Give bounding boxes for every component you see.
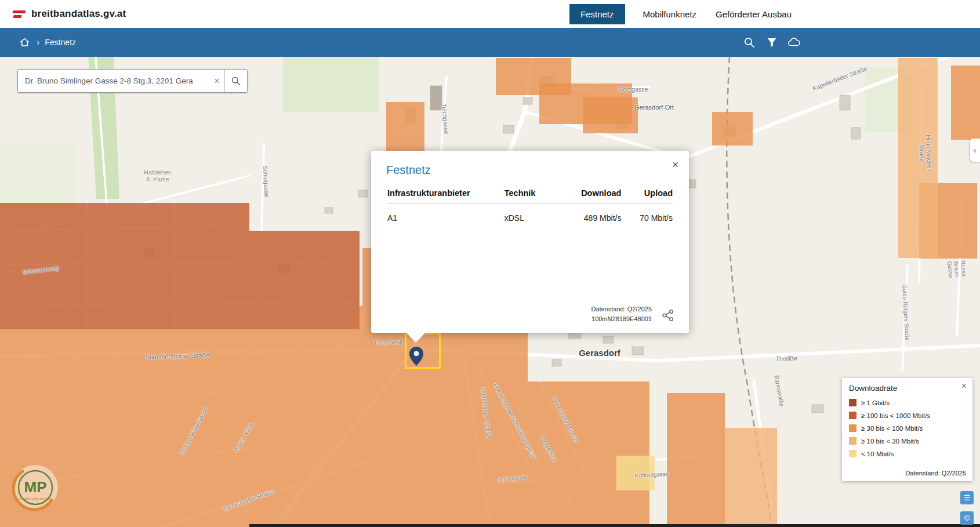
legend-label: ≥ 10 bis < 30 Mbit/s (861, 438, 919, 445)
share-icon (662, 309, 674, 322)
provider-table: Infrastrukturanbieter Technik Download U… (387, 185, 673, 228)
legend-swatch (849, 424, 856, 432)
table-row: A1 xDSL 489 Mbit/s 70 Mbit/s (387, 204, 673, 229)
legend-swatch (849, 399, 856, 406)
mp-watermark-logo: MP einfach ruhig wohnen (11, 463, 60, 512)
popup-close-icon[interactable]: × (672, 159, 678, 170)
search-submit-button[interactable] (224, 70, 247, 92)
popup-meta: Datenstand: Q2/2025 100mN28189E48001 (591, 304, 652, 324)
popup-cell-id: 100mN28189E48001 (591, 314, 652, 324)
festnetz-popup: Festnetz × Infrastrukturanbieter Technik… (371, 151, 689, 333)
cell-technik: xDSL (504, 204, 558, 229)
mp-tagline: einfach ruhig wohnen (19, 497, 52, 500)
col-technik: Technik (504, 185, 558, 204)
breadcrumb-label: Festnetz (45, 38, 76, 47)
magnifier-icon (231, 76, 241, 86)
legend-title: Downloadrate (849, 384, 966, 392)
cell-download: 489 Mbit/s (558, 204, 621, 229)
top-tabs: Festnetz Mobilfunknetz Geförderter Ausba… (569, 0, 793, 28)
col-download: Download (558, 185, 621, 204)
app-header: breitbandatlas.gv.at Festnetz Mobilfunkn… (0, 0, 980, 28)
search-icon[interactable] (742, 35, 756, 49)
legend-label: ≥ 100 bis < 1000 Mbit/s (861, 412, 930, 419)
legend-swatch (849, 450, 856, 457)
legend-label: ≥ 1 Gbit/s (861, 399, 890, 406)
legend-close-icon[interactable]: × (961, 381, 967, 391)
bottom-strip (249, 524, 980, 527)
address-search: × (17, 69, 248, 93)
legend-label: ≥ 30 bis < 100 Mbit/s (861, 425, 923, 432)
side-panel-toggle[interactable]: ‹ (970, 139, 980, 162)
cell-provider: A1 (387, 204, 504, 229)
col-upload: Upload (621, 185, 673, 204)
legend-item: ≥ 30 bis < 100 Mbit/s (849, 424, 966, 432)
filter-icon[interactable] (765, 35, 779, 49)
home-icon[interactable] (17, 35, 31, 49)
legend-swatch (849, 412, 856, 419)
legend-items: ≥ 1 Gbit/s ≥ 100 bis < 1000 Mbit/s ≥ 30 … (849, 399, 966, 457)
share-button[interactable] (661, 308, 675, 322)
cell-upload: 70 Mbit/s (621, 204, 673, 229)
nav-toolbar (742, 28, 801, 57)
breadcrumb: › Festnetz (0, 35, 76, 49)
legend-datenstand: Datenstand: Q2/2025 (905, 470, 966, 477)
legend-item: ≥ 100 bis < 1000 Mbit/s (849, 412, 966, 419)
popup-pointer (406, 332, 426, 343)
brand-logo-link[interactable]: breitbandatlas.gv.at (0, 8, 126, 20)
download-legend: Downloadrate × ≥ 1 Gbit/s ≥ 100 bis < 10… (842, 378, 972, 481)
cloud-icon[interactable] (787, 35, 801, 49)
search-input[interactable] (18, 70, 209, 92)
location-pin[interactable] (409, 346, 424, 366)
breadcrumb-separator-icon: › (37, 38, 39, 47)
brand-title: breitbandatlas.gv.at (31, 8, 126, 20)
legend-item: ≥ 10 bis < 30 Mbit/s (849, 437, 966, 445)
popup-datenstand: Datenstand: Q2/2025 (591, 304, 652, 314)
tab-mobilfunknetz[interactable]: Mobilfunknetz (642, 4, 698, 24)
map-viewport[interactable]: Haiblehen II. PartieTeichgasseSchulgasse… (0, 57, 980, 527)
attribution-button[interactable]: © (960, 511, 974, 525)
legend-item: ≥ 1 Gbit/s (849, 399, 966, 406)
brand-icon (13, 10, 26, 18)
legend-item: < 10 Mbit/s (849, 450, 966, 457)
legend-label: < 10 Mbit/s (861, 450, 894, 457)
popup-title: Festnetz (371, 151, 689, 185)
tab-gefoerderter-ausbau[interactable]: Geförderter Ausbau (714, 4, 793, 24)
tab-festnetz[interactable]: Festnetz (569, 4, 625, 24)
clear-search-button[interactable]: × (209, 70, 224, 92)
nav-bar: › Festnetz (0, 28, 980, 57)
layers-button[interactable]: ☰ (960, 491, 974, 504)
legend-swatch (849, 437, 856, 445)
col-infrastrukturanbieter: Infrastrukturanbieter (387, 185, 504, 204)
mp-initials: MP (24, 478, 47, 496)
